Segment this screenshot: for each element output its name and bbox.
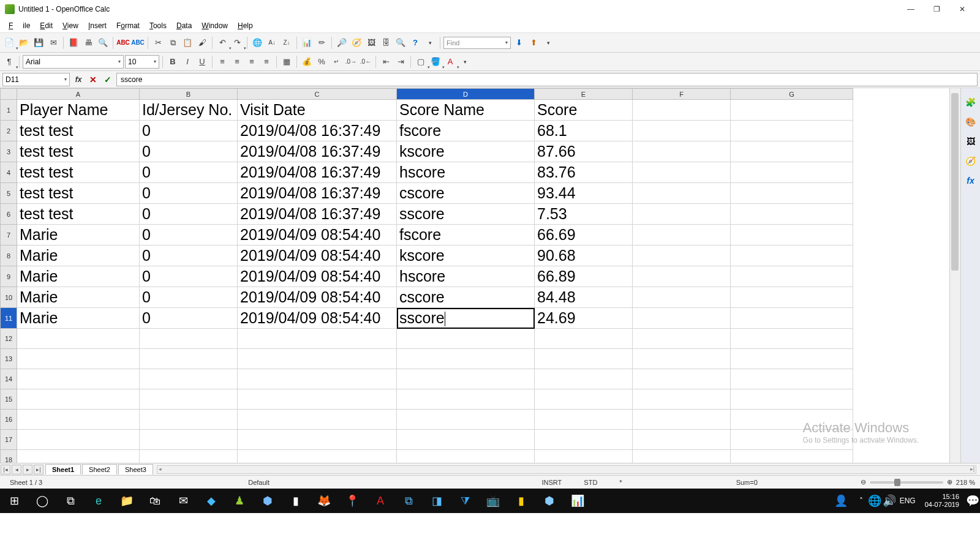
find-replace-icon[interactable]: 🔎: [335, 36, 349, 50]
menu-data[interactable]: Data: [172, 20, 197, 32]
cortana-icon[interactable]: ◯: [28, 489, 56, 513]
italic-icon[interactable]: I: [181, 55, 194, 69]
col-header-G[interactable]: G: [731, 89, 853, 100]
cell-A7[interactable]: Marie: [17, 225, 140, 246]
cell-C7[interactable]: 2019/04/09 08:54:40: [238, 225, 397, 246]
cell-E11[interactable]: 24.69: [535, 308, 633, 329]
cell-B3[interactable]: 0: [140, 141, 238, 162]
cell-D7[interactable]: fscore: [397, 225, 535, 246]
merge-cells-icon[interactable]: ▦: [280, 55, 293, 69]
print-preview-icon[interactable]: 🔍: [96, 36, 110, 50]
cut-icon[interactable]: ✂: [151, 36, 165, 50]
navigator-icon[interactable]: 🧭: [350, 36, 363, 50]
taskview-icon[interactable]: ⧉: [56, 489, 85, 513]
cell-G5[interactable]: [731, 183, 853, 204]
zoom-icon[interactable]: 🔍: [394, 36, 407, 50]
cell-D18[interactable]: [397, 450, 535, 463]
zoom-out-icon[interactable]: ⊖: [861, 478, 866, 486]
cell-G10[interactable]: [731, 287, 853, 308]
cell-B9[interactable]: 0: [140, 266, 238, 287]
row-header-5[interactable]: 5: [1, 183, 17, 204]
cell-C11[interactable]: 2019/04/09 08:54:40: [238, 308, 397, 329]
language-indicator[interactable]: ENG: [897, 489, 919, 513]
cell-B7[interactable]: 0: [140, 225, 238, 246]
font-size-input[interactable]: 10▾: [125, 55, 159, 69]
save-icon[interactable]: 💾: [32, 36, 45, 50]
col-header-E[interactable]: E: [535, 89, 633, 100]
cell-A17[interactable]: [17, 430, 140, 450]
sidebar-functions-icon[interactable]: fx: [964, 174, 978, 187]
zoom-level[interactable]: 218 %: [956, 479, 975, 486]
cell-C4[interactable]: 2019/04/08 16:37:49: [238, 162, 397, 183]
cell-E6[interactable]: 7.53: [535, 204, 633, 225]
row-header-16[interactable]: 16: [1, 410, 17, 430]
cell-G9[interactable]: [731, 266, 853, 287]
horizontal-scrollbar[interactable]: ◂▸|: [157, 465, 976, 474]
cell-G14[interactable]: [731, 369, 853, 389]
chart-icon[interactable]: 📊: [300, 36, 314, 50]
cell-reference-input[interactable]: D11▾: [2, 73, 70, 86]
cell-A5[interactable]: test test: [17, 183, 140, 204]
format-paintbrush-icon[interactable]: 🖌: [195, 36, 209, 50]
align-left-icon[interactable]: ≡: [216, 55, 229, 69]
cell-E13[interactable]: [535, 349, 633, 369]
cell-G18[interactable]: [731, 450, 853, 463]
cell-D10[interactable]: cscore: [397, 287, 535, 308]
cell-B10[interactable]: 0: [140, 287, 238, 308]
find-prev-icon[interactable]: ⬆: [527, 36, 540, 50]
row-header-10[interactable]: 10: [1, 287, 17, 308]
cell-G7[interactable]: [731, 225, 853, 246]
row-header-12[interactable]: 12: [1, 329, 17, 349]
cell-C12[interactable]: [238, 329, 397, 349]
cell-B18[interactable]: [140, 450, 238, 463]
cell-C9[interactable]: 2019/04/09 08:54:40: [238, 266, 397, 287]
cell-F16[interactable]: [633, 410, 731, 430]
cell-D2[interactable]: fscore: [397, 121, 535, 141]
cell-E14[interactable]: [535, 369, 633, 389]
cell-B8[interactable]: 0: [140, 246, 238, 266]
menu-format[interactable]: Format: [111, 20, 145, 32]
menu-view[interactable]: View: [58, 20, 83, 32]
styles-icon[interactable]: ¶▾: [2, 55, 16, 69]
font-name-input[interactable]: Arial▾: [23, 55, 124, 69]
cell-G6[interactable]: [731, 204, 853, 225]
formula-input[interactable]: sscore: [116, 73, 978, 86]
cell-C1[interactable]: Visit Date: [238, 100, 397, 121]
menu-insert[interactable]: Insert: [83, 20, 111, 32]
cell-F7[interactable]: [633, 225, 731, 246]
maps-icon[interactable]: 📍: [338, 489, 366, 513]
cell-E17[interactable]: [535, 430, 633, 450]
cell-A4[interactable]: test test: [17, 162, 140, 183]
cell-B11[interactable]: 0: [140, 308, 238, 329]
app1-icon[interactable]: ◆: [197, 489, 225, 513]
cell-C18[interactable]: [238, 450, 397, 463]
accept-icon[interactable]: ✓: [102, 75, 114, 84]
row-header-1[interactable]: 1: [1, 100, 17, 121]
cell-D11[interactable]: sscore: [397, 308, 535, 329]
cell-B16[interactable]: [140, 410, 238, 430]
add-decimal-icon[interactable]: .0→: [344, 55, 358, 69]
gallery-icon[interactable]: 🖼: [364, 36, 378, 50]
vscode-icon[interactable]: ⧩: [451, 489, 479, 513]
toolbar-overflow2-icon[interactable]: ▾: [541, 36, 555, 50]
row-header-13[interactable]: 13: [1, 349, 17, 369]
cell-E10[interactable]: 84.48: [535, 287, 633, 308]
find-input[interactable]: Find▾: [443, 37, 511, 49]
cell-A14[interactable]: [17, 369, 140, 389]
cell-F15[interactable]: [633, 389, 731, 410]
cell-B17[interactable]: [140, 430, 238, 450]
cell-E1[interactable]: Score: [535, 100, 633, 121]
cell-F17[interactable]: [633, 430, 731, 450]
cell-G16[interactable]: [731, 410, 853, 430]
acrobat-icon[interactable]: A: [366, 489, 394, 513]
row-header-4[interactable]: 4: [1, 162, 17, 183]
hyperlink-icon[interactable]: 🌐: [251, 36, 264, 50]
cell-E2[interactable]: 68.1: [535, 121, 633, 141]
app7-icon[interactable]: ▮: [507, 489, 535, 513]
notifications-icon[interactable]: 💬: [965, 489, 980, 513]
bgcolor-icon[interactable]: 🪣▾: [429, 55, 442, 69]
export-pdf-icon[interactable]: 📕: [67, 36, 80, 50]
cell-B2[interactable]: 0: [140, 121, 238, 141]
row-header-14[interactable]: 14: [1, 369, 17, 389]
cell-G15[interactable]: [731, 389, 853, 410]
